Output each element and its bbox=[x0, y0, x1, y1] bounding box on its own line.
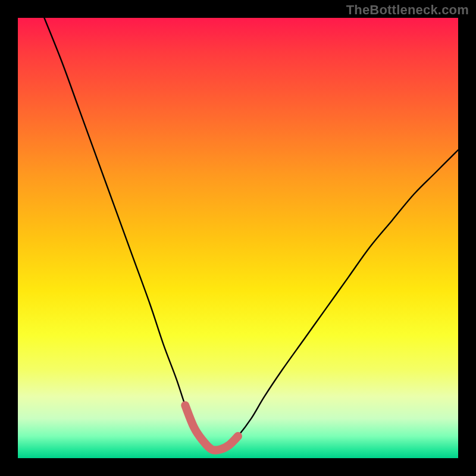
bottleneck-curve-svg bbox=[18, 18, 458, 458]
chart-stage: TheBottleneck.com bbox=[0, 0, 476, 476]
valley-highlight bbox=[185, 405, 238, 450]
bottleneck-curve bbox=[44, 18, 458, 450]
plot-area bbox=[18, 18, 458, 458]
watermark-text: TheBottleneck.com bbox=[346, 2, 469, 18]
